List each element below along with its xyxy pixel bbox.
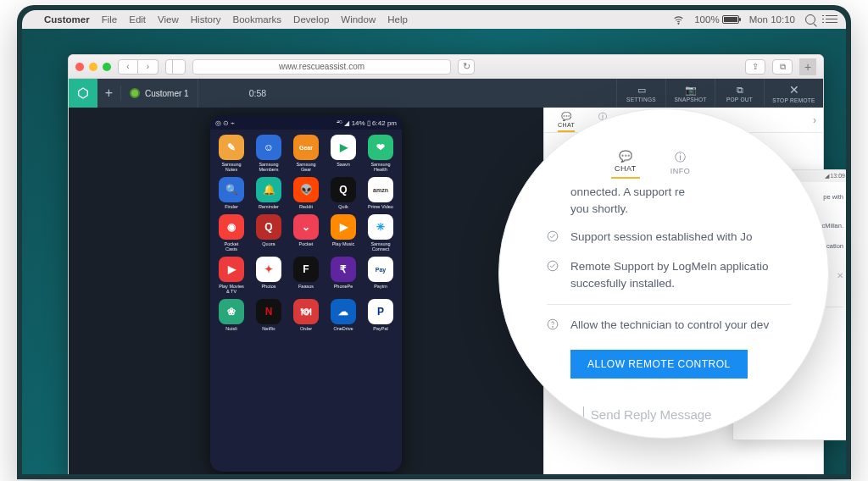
popout-button[interactable]: ⧉ POP OUT	[715, 79, 764, 108]
app-label: PayPal	[373, 326, 387, 331]
battery-pct: 100%	[694, 14, 719, 25]
app-label: Order	[300, 326, 312, 331]
address-bar[interactable]: www.rescueassist.com	[192, 59, 451, 75]
device-app[interactable]: ❀Noisli	[214, 299, 249, 331]
stop-remote-button[interactable]: ✕ STOP REMOTE	[764, 79, 823, 108]
app-label: Prime Video	[368, 204, 393, 209]
device-app[interactable]: ⌄Pocket	[288, 214, 324, 252]
device-app[interactable]: 🔍Finder	[214, 177, 249, 209]
menu-bookmarks[interactable]: Bookmarks	[233, 14, 282, 25]
device-app[interactable]: 👽Reddit	[288, 177, 324, 209]
device-app[interactable]: ✳Samsung Connect	[363, 214, 398, 252]
menu-develop[interactable]: Develop	[293, 14, 329, 25]
app-logo[interactable]	[69, 79, 97, 108]
sidebar-toggle-button[interactable]	[165, 59, 186, 75]
menubar-clock[interactable]: Mon 10:10	[749, 14, 795, 25]
tabs-overview-button[interactable]: ⧉	[772, 59, 793, 75]
mac-app-name[interactable]: Customer	[44, 14, 90, 25]
app-icon: F	[293, 257, 319, 282]
device-app[interactable]: ✎Samsung Notes	[214, 135, 249, 172]
device-app[interactable]: ☺Samsung Members	[251, 135, 287, 172]
app-label: Play Movies & TV	[219, 284, 244, 294]
session-tab[interactable]: Customer 1	[121, 79, 198, 108]
check-icon	[547, 259, 560, 276]
popout-icon: ⧉	[737, 85, 743, 96]
device-app[interactable]: ▶Play Music	[326, 214, 361, 252]
app-label: Photos	[261, 284, 275, 289]
window-controls	[75, 63, 111, 71]
status-online-icon	[130, 88, 140, 98]
new-tab-button[interactable]: +	[799, 58, 816, 75]
battery-indicator[interactable]: 100%	[694, 14, 738, 25]
menu-view[interactable]: View	[158, 14, 179, 25]
device-app[interactable]: GearSamsung Gear	[288, 135, 324, 172]
app-label: Samsung Notes	[221, 162, 241, 172]
app-icon: N	[256, 299, 281, 324]
minimize-window-button[interactable]	[89, 63, 97, 71]
app-label: Noisli	[225, 326, 236, 331]
device-app[interactable]: PayPaytm	[363, 257, 398, 294]
settings-button[interactable]: ▭ SETTINGS	[616, 79, 665, 108]
app-label: Quora	[262, 241, 275, 246]
mag-message-text: onnected. A support re you shortly.	[570, 184, 791, 217]
device-app[interactable]: ◉Pocket Casts	[214, 214, 249, 252]
device-app[interactable]: ₹PhonePe	[326, 257, 361, 294]
app-label: Paytm	[374, 284, 387, 289]
safari-toolbar: ‹ › www.rescueassist.com ↻ ⇪ ⧉ +	[69, 55, 823, 79]
app-icon: ⌄	[293, 214, 319, 240]
reply-input[interactable]: Send Reply Message	[583, 406, 712, 423]
app-label: Netflix	[262, 326, 275, 331]
app-icon: ▶	[219, 257, 244, 282]
wifi-icon[interactable]	[673, 14, 684, 25]
menu-history[interactable]: History	[191, 14, 221, 25]
device-app[interactable]: ▶Saavn	[326, 135, 361, 172]
app-label: OneDrive	[333, 326, 353, 331]
panel-collapse-button[interactable]: ›	[813, 114, 816, 126]
app-icon: 🍽	[293, 299, 319, 324]
app-label: Faasos	[298, 284, 314, 289]
app-label: Samsung Health	[370, 162, 390, 172]
mag-tab-info[interactable]: ⓘ INFO	[670, 150, 691, 175]
reload-button[interactable]: ↻	[458, 59, 475, 75]
device-app[interactable]: FFaasos	[288, 257, 324, 294]
app-label: Play Music	[332, 241, 355, 246]
app-icon: ✦	[256, 257, 281, 282]
device-status-bar: ◎ ⊙ ⌁ ⁴ᴳ ◢ 14% ▯ 6:42 pm	[210, 116, 402, 130]
allow-remote-control-button[interactable]: ALLOW REMOTE CONTROL	[570, 350, 748, 379]
share-button[interactable]: ⇪	[745, 59, 765, 75]
device-app[interactable]: ❤Samsung Health	[363, 135, 398, 172]
device-app[interactable]: QQuik	[326, 177, 361, 209]
back-button[interactable]: ‹	[118, 59, 138, 75]
device-app[interactable]: PPayPal	[363, 299, 398, 331]
device-app[interactable]: 🔔Reminder	[251, 177, 287, 209]
app-icon: 🔔	[256, 177, 281, 202]
menu-edit[interactable]: Edit	[129, 14, 146, 25]
menu-window[interactable]: Window	[341, 14, 376, 25]
remote-device-screen[interactable]: ◎ ⊙ ⌁ ⁴ᴳ ◢ 14% ▯ 6:42 pm ✎Samsung Notes☺…	[210, 116, 402, 472]
spotlight-icon[interactable]	[805, 14, 815, 25]
snapshot-button[interactable]: 📷 SNAPSHOT	[665, 79, 715, 108]
device-app[interactable]: QQuora	[251, 214, 287, 252]
device-app[interactable]: amznPrime Video	[363, 177, 398, 209]
tab-chat[interactable]: 💬 CHAT	[558, 112, 575, 132]
device-app[interactable]: ▶Play Movies & TV	[214, 257, 249, 294]
app-label: Samsung Members	[259, 162, 278, 172]
device-app[interactable]: 🍽Order	[288, 299, 324, 331]
menu-file[interactable]: File	[102, 14, 118, 25]
device-app[interactable]: NNetflix	[251, 299, 287, 331]
forward-button[interactable]: ›	[138, 59, 159, 75]
device-app[interactable]: ✦Photos	[251, 257, 287, 294]
add-session-button[interactable]: +	[97, 86, 121, 101]
device-app[interactable]: ☁OneDrive	[326, 299, 361, 331]
notification-center-icon[interactable]	[826, 15, 837, 24]
divider	[547, 304, 791, 305]
phone2-dismiss[interactable]: ✕	[837, 271, 843, 280]
maximize-window-button[interactable]	[103, 63, 111, 71]
mag-tab-chat[interactable]: 💬 CHAT	[615, 150, 637, 175]
app-label: Reddit	[299, 204, 313, 209]
camera-icon: 📷	[685, 85, 697, 96]
menu-help[interactable]: Help	[387, 14, 408, 25]
close-window-button[interactable]	[75, 63, 84, 71]
app-icon: Gear	[293, 135, 319, 160]
app-icon: 🔍	[219, 177, 244, 202]
